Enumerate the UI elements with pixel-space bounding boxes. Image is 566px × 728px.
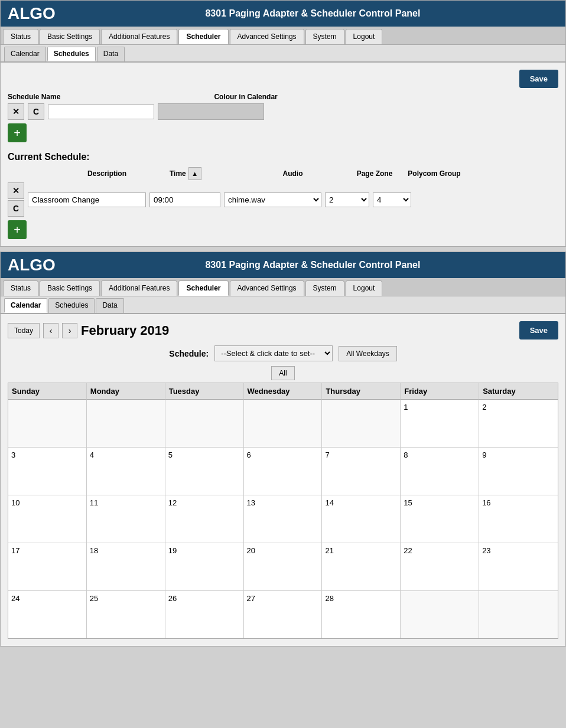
- calendar-date: 28: [325, 594, 333, 603]
- calendar-save-button[interactable]: Save: [519, 321, 558, 339]
- top-sub-tabs: Calendar Schedules Data: [1, 45, 565, 63]
- calendar-cell: [165, 400, 244, 447]
- calendar-date: 23: [482, 546, 490, 555]
- polycom-group-select[interactable]: 1 2 3 4 5: [373, 192, 411, 207]
- calendar-cell[interactable]: 21: [322, 543, 401, 590]
- today-button[interactable]: Today: [8, 323, 40, 338]
- calendar-date: 9: [482, 450, 486, 459]
- calendar-date: 6: [247, 450, 251, 459]
- add-schedule-button[interactable]: +: [8, 123, 27, 142]
- calendar-cell[interactable]: 24: [8, 591, 87, 638]
- bottom-panel: ALGO 8301 Paging Adapter & Scheduler Con…: [0, 252, 566, 647]
- calendar-cell[interactable]: 13: [244, 495, 323, 543]
- schedule-selector: Schedule: --Select & click date to set--…: [8, 345, 558, 361]
- btab-basic-settings[interactable]: Basic Settings: [40, 280, 100, 296]
- calendar-cell[interactable]: 26: [165, 591, 244, 638]
- prev-month-button[interactable]: ‹: [43, 323, 58, 338]
- calendar-weeks: 1234567891011121314151617181920212223242…: [8, 400, 558, 638]
- btab-additional-features[interactable]: Additional Features: [101, 280, 177, 296]
- save-button[interactable]: Save: [519, 70, 558, 88]
- current-schedule-section: Current Schedule: Description Time ▲ Aud…: [8, 152, 558, 239]
- btab-system[interactable]: System: [305, 280, 344, 296]
- calendar-cell[interactable]: 3: [8, 448, 87, 495]
- calendar-cell[interactable]: 17: [8, 543, 87, 590]
- calendar-date: 27: [247, 594, 255, 603]
- copy-row-button[interactable]: C: [8, 200, 24, 217]
- calendar-cell[interactable]: 10: [8, 495, 87, 543]
- calendar-cell[interactable]: 2: [479, 400, 558, 447]
- calendar-cell: [87, 400, 165, 447]
- calendar-cell[interactable]: 4: [87, 448, 165, 495]
- day-thursday: Thursday: [322, 383, 401, 400]
- app-title: 8301 Paging Adapter & Scheduler Control …: [67, 8, 558, 19]
- tab-status[interactable]: Status: [3, 29, 38, 44]
- calendar-date: 20: [247, 546, 255, 555]
- calendar-cell[interactable]: 15: [401, 495, 479, 543]
- calendar-date: 10: [11, 498, 19, 507]
- subtab-data[interactable]: Data: [97, 47, 125, 61]
- time-input[interactable]: [149, 192, 220, 207]
- calendar-date: 21: [325, 546, 333, 555]
- add-row-button[interactable]: +: [8, 220, 27, 239]
- tab-system[interactable]: System: [305, 29, 344, 44]
- calendar-cell[interactable]: 27: [244, 591, 323, 638]
- all-weekdays-button[interactable]: All Weekdays: [339, 346, 396, 361]
- bsubtab-calendar[interactable]: Calendar: [4, 298, 47, 313]
- app-title-2: 8301 Paging Adapter & Scheduler Control …: [67, 260, 558, 270]
- audio-select[interactable]: chime.wav bell.wav tone.wav: [224, 192, 321, 207]
- tab-basic-settings[interactable]: Basic Settings: [40, 29, 100, 44]
- next-month-button[interactable]: ›: [62, 323, 77, 338]
- delete-schedule-button[interactable]: ✕: [8, 103, 24, 120]
- calendar-date: 3: [11, 450, 15, 459]
- calendar-cell[interactable]: 18: [87, 543, 165, 590]
- calendar-cell[interactable]: 23: [479, 543, 558, 590]
- calendar-cell[interactable]: 19: [165, 543, 244, 590]
- month-year-label: February 2019: [81, 323, 169, 338]
- calendar-cell[interactable]: 6: [244, 448, 323, 495]
- calendar-cell: [244, 400, 323, 447]
- calendar-date: 4: [90, 450, 94, 459]
- tab-advanced-settings[interactable]: Advanced Settings: [230, 29, 304, 44]
- page-zone-select[interactable]: 1 2 3 4 5: [325, 192, 369, 207]
- calendar-cell[interactable]: 11: [87, 495, 165, 543]
- delete-row-button[interactable]: ✕: [8, 182, 24, 199]
- btab-status[interactable]: Status: [3, 280, 38, 296]
- btab-scheduler[interactable]: Scheduler: [178, 280, 228, 296]
- calendar-cell[interactable]: 28: [322, 591, 401, 638]
- schedule-form: Schedule Name Colour in Calendar ✕ C +: [8, 93, 558, 142]
- schedule-dropdown[interactable]: --Select & click date to set--: [214, 345, 333, 361]
- all-button[interactable]: All: [271, 366, 294, 380]
- tab-scheduler[interactable]: Scheduler: [178, 29, 228, 44]
- sort-time-button[interactable]: ▲: [188, 167, 201, 180]
- subtab-calendar[interactable]: Calendar: [4, 47, 46, 61]
- tab-logout[interactable]: Logout: [346, 29, 383, 44]
- calendar-date: 13: [247, 498, 255, 507]
- calendar-cell[interactable]: 12: [165, 495, 244, 543]
- tab-additional-features[interactable]: Additional Features: [101, 29, 177, 44]
- calendar-cell[interactable]: 8: [401, 448, 479, 495]
- btab-logout[interactable]: Logout: [346, 280, 383, 296]
- calendar-cell[interactable]: 14: [322, 495, 401, 543]
- calendar-date: 16: [482, 498, 490, 507]
- calendar-cell: [401, 591, 479, 638]
- calendar-cell[interactable]: 5: [165, 448, 244, 495]
- calendar-cell[interactable]: 20: [244, 543, 323, 590]
- copy-schedule-button[interactable]: C: [28, 103, 44, 120]
- calendar-cell[interactable]: 25: [87, 591, 165, 638]
- schedule-name-input[interactable]: [48, 105, 154, 119]
- bsubtab-schedules[interactable]: Schedules: [48, 298, 95, 313]
- bsubtab-data[interactable]: Data: [96, 298, 123, 313]
- calendar-cell[interactable]: 7: [322, 448, 401, 495]
- description-input[interactable]: [28, 192, 146, 207]
- colour-picker[interactable]: [158, 103, 264, 120]
- calendar-cell[interactable]: 1: [401, 400, 479, 447]
- calendar-cell[interactable]: 16: [479, 495, 558, 543]
- schedule-name-row: ✕ C: [8, 103, 558, 120]
- calendar-week-1: 12: [8, 400, 558, 448]
- calendar-date: 2: [482, 403, 486, 412]
- calendar-cell[interactable]: 22: [401, 543, 479, 590]
- subtab-schedules[interactable]: Schedules: [47, 47, 96, 61]
- btab-advanced-settings[interactable]: Advanced Settings: [230, 280, 304, 296]
- calendar-cell: [479, 591, 558, 638]
- calendar-cell[interactable]: 9: [479, 448, 558, 495]
